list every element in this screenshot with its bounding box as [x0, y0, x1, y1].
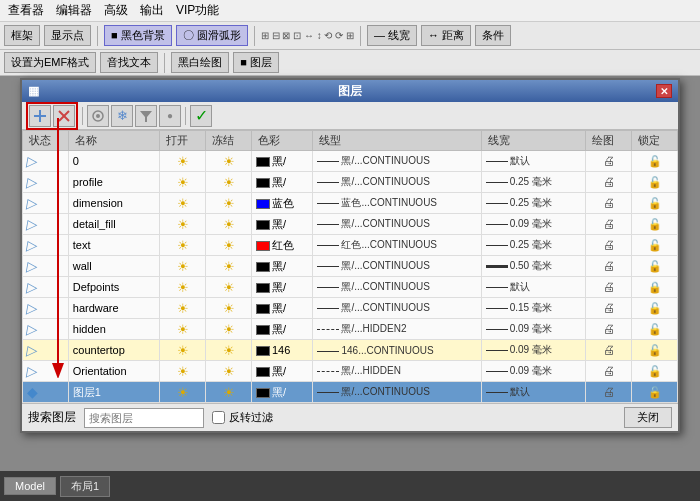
cell-open[interactable]: ☀	[160, 151, 206, 172]
cell-lock[interactable]: 🔓	[632, 235, 678, 256]
cell-linewidth[interactable]: 0.50 毫米	[481, 256, 586, 277]
cell-lock[interactable]: 🔓	[632, 319, 678, 340]
cell-linewidth[interactable]: 默认	[481, 382, 586, 403]
cell-name[interactable]: wall	[68, 256, 160, 277]
cell-name[interactable]: hidden	[68, 319, 160, 340]
menu-viewer[interactable]: 查看器	[8, 2, 44, 19]
cell-color[interactable]: 黑/	[251, 382, 313, 403]
cell-name[interactable]: 图层1	[68, 382, 160, 403]
cell-linetype[interactable]: 146...CONTINUOUS	[313, 340, 481, 361]
cell-name[interactable]: text	[68, 235, 160, 256]
cell-name[interactable]: profile	[68, 172, 160, 193]
cell-linewidth[interactable]: 0.09 毫米	[481, 319, 586, 340]
cell-freeze[interactable]: ☀	[206, 172, 252, 193]
menu-editor[interactable]: 编辑器	[56, 2, 92, 19]
cell-linewidth[interactable]: 0.09 毫米	[481, 361, 586, 382]
cell-freeze[interactable]: ☀	[206, 193, 252, 214]
toolbar-blackbg[interactable]: ■ 黑色背景	[104, 25, 172, 46]
cell-color[interactable]: 黑/	[251, 172, 313, 193]
cell-freeze[interactable]: ☀	[206, 298, 252, 319]
cell-linewidth[interactable]: 0.25 毫米	[481, 193, 586, 214]
cell-print[interactable]: 🖨	[586, 193, 632, 214]
cell-open[interactable]: ☀	[160, 193, 206, 214]
cell-color[interactable]: 黑/	[251, 361, 313, 382]
cell-linewidth[interactable]: 0.25 毫米	[481, 235, 586, 256]
cell-lock[interactable]: 🔓	[632, 256, 678, 277]
cell-open[interactable]: ☀	[160, 235, 206, 256]
cell-open[interactable]: ☀	[160, 256, 206, 277]
close-button[interactable]: 关闭	[624, 407, 672, 428]
cell-color[interactable]: 黑/	[251, 277, 313, 298]
cell-name[interactable]: Orientation	[68, 361, 160, 382]
dialog-close-btn[interactable]: ✕	[656, 84, 672, 98]
cell-freeze[interactable]: ☀	[206, 214, 252, 235]
cell-print[interactable]: 🖨	[586, 340, 632, 361]
cell-name[interactable]: hardware	[68, 298, 160, 319]
table-row[interactable]: ▷ Defpoints ☀ ☀ 黑/ 黑/...CONTINUOUS 默认 🖨 …	[23, 277, 678, 298]
cell-name[interactable]: 0	[68, 151, 160, 172]
toolbar-showpoint[interactable]: 显示点	[44, 25, 91, 46]
cell-open[interactable]: ☀	[160, 214, 206, 235]
cell-print[interactable]: 🖨	[586, 298, 632, 319]
cell-linetype[interactable]: 黑/...CONTINUOUS	[313, 382, 481, 403]
cell-linewidth[interactable]: 0.15 毫米	[481, 298, 586, 319]
filter-checkbox[interactable]	[212, 411, 225, 424]
cell-name[interactable]: countertop	[68, 340, 160, 361]
cell-linetype[interactable]: 黑/...CONTINUOUS	[313, 151, 481, 172]
toolbar-findtext[interactable]: 音找文本	[100, 52, 158, 73]
cell-open[interactable]: ☀	[160, 319, 206, 340]
set-current-btn[interactable]	[87, 105, 109, 127]
toolbar-linewidth[interactable]: — 线宽	[367, 25, 417, 46]
cell-linetype[interactable]: 红色...CONTINUOUS	[313, 235, 481, 256]
cell-color[interactable]: 黑/	[251, 319, 313, 340]
toolbar-condition[interactable]: 条件	[475, 25, 511, 46]
toolbar-emf[interactable]: 设置为EMF格式	[4, 52, 96, 73]
cell-lock[interactable]: 🔓	[632, 172, 678, 193]
cell-lock[interactable]: 🔓	[632, 340, 678, 361]
cell-lock[interactable]: 🔓	[632, 214, 678, 235]
cell-linetype[interactable]: 黑/...CONTINUOUS	[313, 256, 481, 277]
confirm-btn[interactable]: ✓	[190, 105, 212, 127]
toolbar-smooth[interactable]: 〇 圆滑弧形	[176, 25, 248, 46]
cell-print[interactable]: 🖨	[586, 256, 632, 277]
cell-open[interactable]: ☀	[160, 172, 206, 193]
table-row[interactable]: ▷ hidden ☀ ☀ 黑/ 黑/...HIDDEN2 0.09 毫米 🖨 🔓	[23, 319, 678, 340]
delete-layer-btn[interactable]	[53, 105, 75, 127]
toolbar-bwdraw[interactable]: 黑白绘图	[171, 52, 229, 73]
cell-print[interactable]: 🖨	[586, 277, 632, 298]
menu-output[interactable]: 输出	[140, 2, 164, 19]
cell-freeze[interactable]: ☀	[206, 382, 252, 403]
toolbar-distance[interactable]: ↔ 距离	[421, 25, 471, 46]
table-row[interactable]: ▷ text ☀ ☀ 红色 红色...CONTINUOUS 0.25 毫米 🖨 …	[23, 235, 678, 256]
cell-freeze[interactable]: ☀	[206, 235, 252, 256]
cell-lock[interactable]: 🔓	[632, 193, 678, 214]
cell-lock[interactable]: 🔓	[632, 382, 678, 403]
table-row[interactable]: ▷ countertop ☀ ☀ 146 146...CONTINUOUS 0.…	[23, 340, 678, 361]
cell-color[interactable]: 146	[251, 340, 313, 361]
cell-linetype[interactable]: 黑/...CONTINUOUS	[313, 298, 481, 319]
cell-print[interactable]: 🖨	[586, 361, 632, 382]
cell-color[interactable]: 黑/	[251, 151, 313, 172]
menu-vip[interactable]: VIP功能	[176, 2, 219, 19]
menu-advanced[interactable]: 高级	[104, 2, 128, 19]
cell-open[interactable]: ☀	[160, 298, 206, 319]
cell-linetype[interactable]: 蓝色...CONTINUOUS	[313, 193, 481, 214]
search-input[interactable]	[84, 408, 204, 428]
table-row[interactable]: ▷ hardware ☀ ☀ 黑/ 黑/...CONTINUOUS 0.15 毫…	[23, 298, 678, 319]
cell-freeze[interactable]: ☀	[206, 319, 252, 340]
tab-layout1[interactable]: 布局1	[60, 476, 110, 497]
cell-freeze[interactable]: ☀	[206, 361, 252, 382]
cell-color[interactable]: 红色	[251, 235, 313, 256]
cell-color[interactable]: 黑/	[251, 256, 313, 277]
table-row[interactable]: ◆ 图层1 ☀ ☀ 黑/ 黑/...CONTINUOUS 默认 🖨 🔓	[23, 382, 678, 403]
cell-linetype[interactable]: 黑/...HIDDEN	[313, 361, 481, 382]
cell-linetype[interactable]: 黑/...CONTINUOUS	[313, 214, 481, 235]
table-row[interactable]: ▷ wall ☀ ☀ 黑/ 黑/...CONTINUOUS 0.50 毫米 🖨 …	[23, 256, 678, 277]
cell-open[interactable]: ☀	[160, 382, 206, 403]
cell-linewidth[interactable]: 默认	[481, 277, 586, 298]
cell-name[interactable]: Defpoints	[68, 277, 160, 298]
table-row[interactable]: ▷ detail_fill ☀ ☀ 黑/ 黑/...CONTINUOUS 0.0…	[23, 214, 678, 235]
cell-print[interactable]: 🖨	[586, 382, 632, 403]
cell-name[interactable]: detail_fill	[68, 214, 160, 235]
new-layer-btn[interactable]	[29, 105, 51, 127]
